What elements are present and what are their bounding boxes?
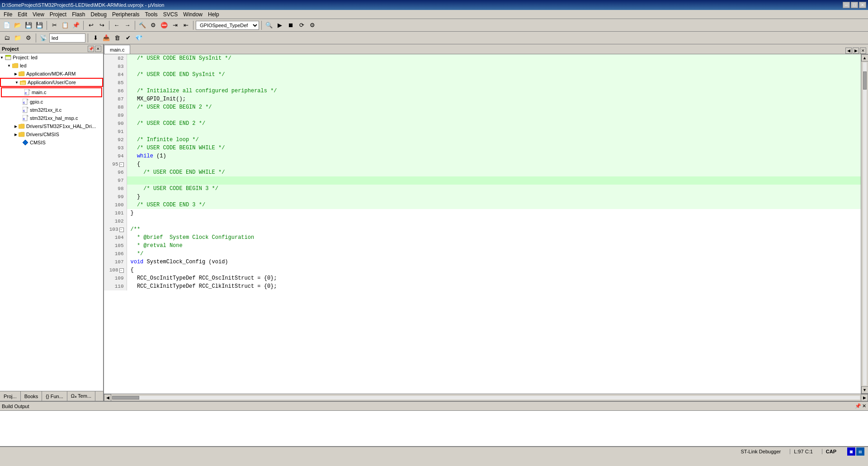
code-content-92[interactable]: /* Infinite loop */ bbox=[127, 136, 861, 144]
project-pin-button[interactable]: 📌 bbox=[88, 46, 94, 52]
code-content-106[interactable]: */ bbox=[127, 250, 861, 258]
hscroll-left-button[interactable]: ◀ bbox=[104, 394, 111, 401]
build-output-close-button[interactable]: ✕ bbox=[862, 403, 866, 409]
save-button[interactable]: 💾 bbox=[24, 20, 33, 30]
code-content-85[interactable] bbox=[127, 79, 861, 87]
menu-item-svcs[interactable]: SVCS bbox=[160, 10, 181, 19]
menu-item-view[interactable]: View bbox=[30, 10, 47, 19]
code-content-105[interactable]: * @retval None bbox=[127, 242, 861, 250]
build-button[interactable]: 🔨 bbox=[137, 20, 147, 30]
nav-back-button[interactable]: ← bbox=[112, 20, 122, 30]
code-content-89[interactable] bbox=[127, 111, 861, 119]
new-file-button[interactable]: 📄 bbox=[2, 20, 12, 30]
cut-button[interactable]: ✂ bbox=[49, 20, 59, 30]
code-content-94[interactable]: while (1) bbox=[127, 152, 861, 160]
collapse-btn-103[interactable]: − bbox=[119, 228, 124, 232]
tree-item-app-core[interactable]: ▼Application/User/Core bbox=[0, 78, 103, 87]
code-content-104[interactable]: * @brief System Clock Configuration bbox=[127, 233, 861, 242]
menu-item-debug[interactable]: Debug bbox=[88, 10, 109, 19]
code-content-87[interactable]: MX_GPIO_Init(); bbox=[127, 95, 861, 103]
menu-item-flash[interactable]: Flash bbox=[69, 10, 88, 19]
target-input[interactable] bbox=[49, 33, 85, 43]
select-device-button[interactable]: 📡 bbox=[38, 33, 48, 43]
stop-build-button[interactable]: ⛔ bbox=[159, 20, 169, 30]
open-project-button[interactable]: 📁 bbox=[13, 33, 23, 43]
nav-fwd-button[interactable]: → bbox=[123, 20, 132, 30]
editor-vscroll[interactable]: ▲ ▼ bbox=[861, 54, 868, 394]
code-content-109[interactable]: RCC_OscInitTypeDef RCC_OscInitStruct = {… bbox=[127, 274, 861, 282]
copy-button[interactable]: 📋 bbox=[60, 20, 70, 30]
code-content-82[interactable]: /* USER CODE BEGIN SysInit */ bbox=[127, 54, 861, 62]
build-all-button[interactable]: ⚙ bbox=[148, 20, 158, 30]
load-button[interactable]: ⬇ bbox=[90, 33, 100, 43]
menu-item-file[interactable]: File bbox=[1, 10, 15, 19]
project-tab-fun-tab[interactable]: {} Fun... bbox=[42, 391, 67, 401]
settings-button[interactable]: ⚙ bbox=[307, 20, 317, 30]
code-content-102[interactable] bbox=[127, 217, 861, 225]
tree-item-project-led[interactable]: ▼Project: led bbox=[0, 53, 103, 62]
code-editor[interactable]: 82 /* USER CODE BEGIN SysInit */8384 /* … bbox=[104, 54, 861, 394]
code-content-95[interactable]: { bbox=[127, 160, 861, 168]
paste-button[interactable]: 📌 bbox=[71, 20, 81, 30]
menu-item-help[interactable]: Help bbox=[205, 10, 222, 19]
editor-scroll-left-button[interactable]: ◀ bbox=[845, 48, 852, 54]
code-content-108[interactable]: { bbox=[127, 266, 861, 274]
tree-item-led[interactable]: ▼led bbox=[0, 62, 103, 70]
chip-button[interactable]: 💎 bbox=[134, 33, 144, 43]
tree-item-main-c[interactable]: Cmain.c bbox=[1, 87, 102, 97]
code-content-88[interactable]: /* USER CODE BEGIN 2 */ bbox=[127, 103, 861, 111]
vscroll-thumb[interactable] bbox=[863, 71, 867, 90]
verify-button[interactable]: ✔ bbox=[123, 33, 133, 43]
new-project-button[interactable]: 🗂 bbox=[2, 33, 12, 43]
vscroll-track[interactable] bbox=[863, 62, 867, 385]
menu-item-edit[interactable]: Edit bbox=[15, 10, 30, 19]
code-content-97[interactable] bbox=[127, 176, 861, 185]
debug-stop-button[interactable]: ⏹ bbox=[286, 20, 296, 30]
project-tab-tem-tab[interactable]: Ω₄ Tem... bbox=[67, 391, 95, 401]
open-file-button[interactable]: 📂 bbox=[13, 20, 23, 30]
hscroll-track[interactable] bbox=[112, 396, 860, 399]
code-content-90[interactable]: /* USER CODE END 2 */ bbox=[127, 119, 861, 128]
indent-button[interactable]: ⇥ bbox=[170, 20, 180, 30]
menu-item-peripherals[interactable]: Peripherals bbox=[109, 10, 142, 19]
minimize-button[interactable]: ─ bbox=[843, 2, 850, 8]
debug-start-button[interactable]: ▶ bbox=[275, 20, 285, 30]
save-all-button[interactable]: 💾 bbox=[34, 20, 44, 30]
code-content-98[interactable]: /* USER CODE BEGIN 3 */ bbox=[127, 185, 861, 193]
code-content-86[interactable]: /* Initialize all configured peripherals… bbox=[127, 87, 861, 95]
project-close-button[interactable]: ✕ bbox=[95, 46, 101, 52]
menu-item-tools[interactable]: Tools bbox=[142, 10, 160, 19]
reset-button[interactable]: ⟳ bbox=[297, 20, 307, 30]
maximize-button[interactable]: □ bbox=[851, 2, 858, 8]
code-content-93[interactable]: /* USER CODE BEGIN WHILE */ bbox=[127, 144, 861, 152]
type-dropdown[interactable]: GPIOSpeed_TypeDef bbox=[196, 21, 259, 30]
tree-item-cmsis[interactable]: CMSIS bbox=[0, 138, 103, 147]
undo-button[interactable]: ↩ bbox=[86, 20, 96, 30]
code-content-110[interactable]: RCC_ClkInitTypeDef RCC_ClkInitStruct = {… bbox=[127, 282, 861, 290]
collapse-btn-108[interactable]: − bbox=[119, 268, 124, 273]
outdent-button[interactable]: ⇤ bbox=[181, 20, 191, 30]
code-content-83[interactable] bbox=[127, 62, 861, 71]
tree-item-stm32f1xx-hal[interactable]: Cstm32f1xx_hal_msp.c bbox=[0, 114, 103, 122]
project-tab-proj-tab[interactable]: Proj... bbox=[0, 391, 21, 401]
code-content-107[interactable]: void SystemClock_Config (void) bbox=[127, 258, 861, 266]
code-content-99[interactable]: } bbox=[127, 193, 861, 201]
code-content-84[interactable]: /* USER CODE END SysInit */ bbox=[127, 71, 861, 79]
code-content-96[interactable]: /* USER CODE END WHILE */ bbox=[127, 168, 861, 176]
code-content-100[interactable]: /* USER CODE END 3 */ bbox=[127, 201, 861, 209]
vscroll-down-button[interactable]: ▼ bbox=[861, 386, 868, 394]
project-settings-button[interactable]: ⚙ bbox=[24, 33, 33, 43]
erase-button[interactable]: 🗑 bbox=[112, 33, 122, 43]
tree-item-app-mdk[interactable]: ▶Application/MDK-ARM bbox=[0, 70, 103, 78]
project-tab-books-tab[interactable]: Books bbox=[21, 391, 42, 401]
tree-item-gpio-c[interactable]: Cgpio.c bbox=[0, 98, 103, 106]
close-button[interactable]: ✕ bbox=[859, 2, 866, 8]
editor-tab-main-c[interactable]: main.c bbox=[104, 45, 130, 54]
hscroll-right-button[interactable]: ▶ bbox=[861, 394, 868, 401]
menu-item-project[interactable]: Project bbox=[47, 10, 69, 19]
redo-button[interactable]: ↪ bbox=[97, 20, 107, 30]
code-content-101[interactable]: } bbox=[127, 209, 861, 217]
tree-item-drivers-cmsis[interactable]: ▶Drivers/CMSIS bbox=[0, 130, 103, 138]
tree-item-stm32f1xx-it[interactable]: Cstm32f1xx_it.c bbox=[0, 106, 103, 114]
build-output-pin-button[interactable]: 📌 bbox=[855, 403, 861, 409]
